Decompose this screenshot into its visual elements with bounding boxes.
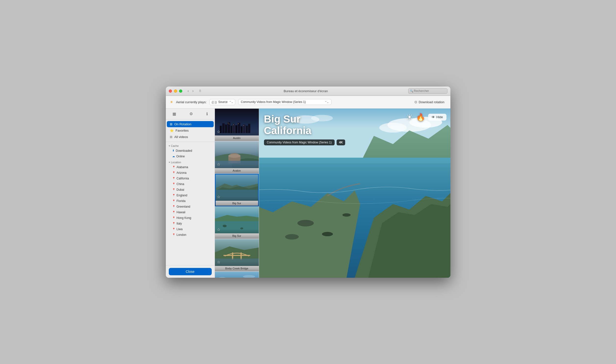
svg-rect-15 [233, 124, 234, 125]
arizona-pin-icon: 📍 [172, 171, 175, 174]
big-sur-1-gradient-overlay [215, 196, 259, 206]
england-label: England [177, 194, 187, 197]
film-icon[interactable]: ▦ [171, 111, 178, 117]
downloaded-icon: ⬇ [172, 149, 174, 152]
source-dropdown[interactable]: ((·)) Source ⌃⌄ [210, 99, 235, 105]
video-thumb-catalina[interactable]: ☆ Catalina Island [215, 272, 259, 278]
hong-kong-pin-icon: 📍 [172, 216, 175, 219]
download-rotation-button[interactable]: ⊙ Download rotation [412, 99, 446, 105]
location-section-header[interactable]: ▾ Location [166, 159, 215, 164]
favorites-icon: ⭐ [170, 129, 174, 132]
video-thumb-bixby[interactable]: ☆ Bixby Creek Bridge [215, 239, 259, 272]
sidebar-item-all-videos[interactable]: ⊞ All videos [167, 134, 214, 140]
preview-quality-badge: 4K [336, 140, 345, 145]
sidebar-item-downloaded[interactable]: ⬇ Downloaded [167, 148, 214, 154]
minimize-traffic-light[interactable] [174, 90, 177, 93]
bixby-star-icon[interactable]: ☆ [217, 260, 220, 264]
close-traffic-light[interactable] [169, 90, 172, 93]
sidebar-item-dubai[interactable]: 📍 Dubai [167, 187, 214, 192]
sidebar-item-hong-kong[interactable]: 📍 Hong Kong [167, 215, 214, 221]
location-label: Location [171, 161, 181, 164]
video-thumb-big-sur-1[interactable]: ☆ Big Sur [215, 174, 259, 206]
all-videos-label: All videos [174, 135, 188, 139]
source-value-dropdown[interactable]: Community Videos from Magic Window (Seri… [238, 99, 331, 105]
hawaii-label: Hawaii [177, 210, 186, 214]
svg-point-32 [223, 224, 227, 227]
back-button[interactable]: ‹ [186, 88, 190, 94]
svg-point-62 [342, 213, 350, 216]
preview-source-badge: Community Videos from Magic Window (Seri… [264, 140, 335, 145]
grid-icon: ⠿ [199, 89, 201, 93]
video-thumb-avalon[interactable]: ☆ Avalon [215, 141, 259, 174]
big-sur-2-star-icon[interactable]: ☆ [217, 227, 220, 232]
fire-icon[interactable]: 🔥 [416, 113, 425, 121]
source-label: Source [218, 100, 228, 104]
sidebar-top-icons: ▦ ⚙ ℹ [166, 109, 215, 119]
sidebar-item-arizona[interactable]: 📍 Arizona [167, 170, 214, 176]
dubai-label: Dubai [177, 188, 184, 191]
favorites-label: Favorites [176, 129, 189, 132]
greenland-pin-icon: 📍 [172, 205, 175, 208]
on-rotation-icon: ⊞ [170, 122, 173, 126]
preview-title-line1: Big Sur [264, 114, 345, 125]
avalon-star-icon[interactable]: ☆ [217, 162, 220, 167]
avalon-gradient-overlay [215, 164, 259, 174]
info-icon[interactable]: ℹ [204, 111, 210, 117]
florida-label: Florida [177, 199, 186, 203]
sidebar-item-china[interactable]: 📍 China [167, 182, 214, 187]
search-input[interactable] [408, 88, 447, 94]
london-label: London [177, 233, 187, 236]
sidebar-item-alabama[interactable]: 📍 Alabama [167, 165, 214, 170]
florida-pin-icon: 📍 [172, 199, 175, 202]
sidebar-item-favorites[interactable]: ⭐ Favorites [167, 128, 214, 134]
section-list: ▾ Cache ⬇ Downloaded ☁ Online ▾ Location [166, 142, 215, 265]
video-thumb-big-sur-2[interactable]: ☆ Big Sur [215, 206, 259, 239]
title-bar: ‹ › ⠿ Bureau et économiseur d'écran 🔍 [166, 87, 450, 96]
alabama-label: Alabama [177, 166, 188, 169]
liwa-pin-icon: 📍 [172, 228, 175, 230]
sidebar-item-greenland[interactable]: 📍 Greenland [167, 204, 214, 209]
sidebar-item-italy[interactable]: 📍 Italy [167, 221, 214, 226]
forward-button[interactable]: › [191, 88, 195, 94]
svg-point-61 [285, 234, 299, 239]
china-label: China [177, 182, 184, 186]
sidebar-item-florida[interactable]: 📍 Florida [167, 198, 214, 204]
close-button[interactable]: Close [169, 268, 212, 275]
sidebar-item-on-rotation[interactable]: ⊞ On Rotation [167, 121, 214, 127]
sidebar-item-online[interactable]: ☁ Online [167, 154, 214, 159]
arizona-label: Arizona [177, 171, 187, 175]
bixby-gradient-overlay [215, 261, 259, 271]
big-sur-1-star-icon[interactable]: ☆ [217, 195, 220, 199]
cache-chevron: ▾ [169, 145, 170, 147]
svg-rect-55 [259, 163, 450, 167]
hide-label: Hide [436, 115, 443, 119]
sidebar-item-hawaii[interactable]: 📍 Hawaii [167, 209, 214, 215]
window-title: Bureau et économiseur d'écran [205, 89, 406, 93]
aerial-icon: ☀ [170, 100, 173, 104]
gear-icon[interactable]: ⚙ [187, 111, 195, 117]
hide-button[interactable]: 👁 Hide [428, 114, 446, 121]
svg-rect-16 [238, 123, 239, 124]
cache-section-header[interactable]: ▾ Cache [166, 143, 215, 148]
sidebar-item-california[interactable]: 📍 California [167, 176, 214, 181]
sun-icon[interactable]: ☀ [406, 113, 413, 122]
location-chevron: ▾ [169, 161, 170, 164]
chevrons-icon: ⌃⌄ [229, 101, 233, 104]
sidebar-item-england[interactable]: 📍 England [167, 193, 214, 198]
catalina-thumbnail [215, 272, 259, 278]
video-thumb-austin[interactable]: ☆ Austin [215, 109, 259, 141]
aerial-label: Aerial currently plays: [176, 100, 207, 104]
svg-point-60 [322, 232, 333, 236]
italy-label: Italy [177, 222, 182, 225]
italy-pin-icon: 📍 [172, 222, 175, 225]
sidebar-item-london[interactable]: 📍 London [167, 232, 214, 237]
svg-point-59 [297, 220, 314, 226]
maximize-traffic-light[interactable] [179, 90, 182, 93]
big-sur-2-gradient-overlay [215, 229, 259, 239]
dubai-pin-icon: 📍 [172, 188, 175, 191]
austin-star-icon[interactable]: ☆ [217, 130, 220, 134]
sidebar-item-liwa[interactable]: 📍 Liwa [167, 226, 214, 232]
london-pin-icon: 📍 [172, 233, 175, 236]
sidebar-nav: ⊞ On Rotation ⭐ Favorites ⊞ All videos [166, 119, 215, 142]
download-label: Download rotation [419, 100, 444, 104]
